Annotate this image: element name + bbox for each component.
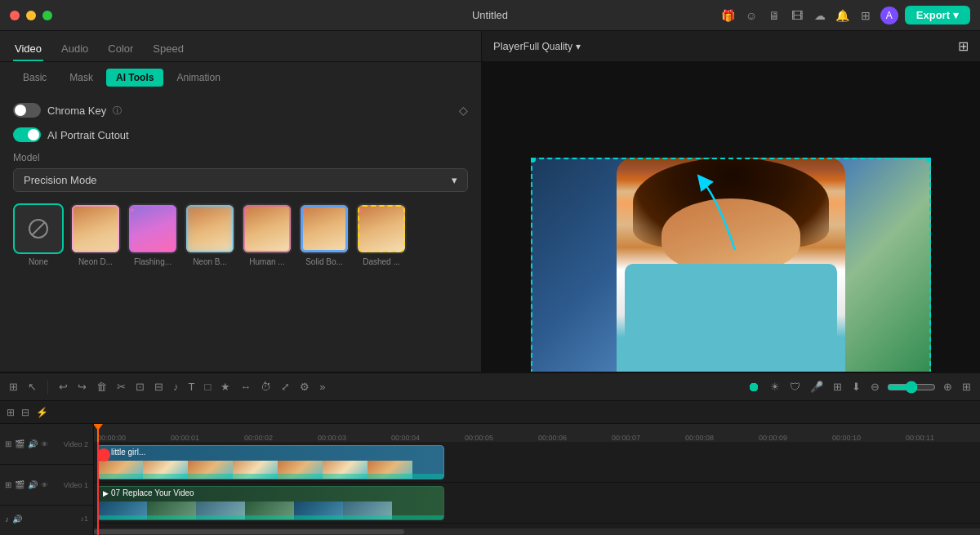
avatar-icon[interactable]: A	[880, 7, 898, 25]
track-type-icon[interactable]: ⊟	[21, 407, 29, 418]
cloud-icon[interactable]: ☁	[812, 7, 828, 24]
tab-color[interactable]: Color	[106, 38, 135, 61]
crop-icon[interactable]: ⊡	[133, 378, 147, 395]
timeline-scrollbar[interactable]	[94, 528, 980, 535]
effect-thumb-flashing[interactable]: ♥	[127, 203, 178, 254]
grid-view-icon[interactable]: ⊞	[958, 38, 969, 54]
shield-icon[interactable]: 🛡	[787, 378, 803, 395]
timer-icon[interactable]: ⏱	[258, 378, 274, 395]
grid-icon[interactable]: ⊞	[858, 7, 874, 24]
titlebar-right: 🎁 ☺ 🖥 🎞 ☁ 🔔 ⊞ A Export ▾	[720, 6, 970, 25]
effect-solid-bo[interactable]: ♥ Solid Bo...	[299, 203, 350, 266]
layout-icon[interactable]: ⊞	[7, 378, 20, 395]
scrollbar-thumb[interactable]	[94, 529, 404, 534]
text-icon[interactable]: T	[186, 378, 198, 395]
effect-flashing[interactable]: ♥ Flashing...	[127, 203, 178, 266]
effect-none[interactable]: None	[13, 203, 64, 266]
close-button[interactable]	[10, 11, 20, 20]
effect-thumb-solidbo[interactable]: ♥	[299, 203, 350, 254]
film-icon[interactable]: 🎞	[789, 7, 805, 24]
ai-portrait-toggle[interactable]	[13, 127, 41, 142]
effect-label-solidbo: Solid Bo...	[305, 257, 343, 266]
effect-neon-b[interactable]: Neon B...	[185, 203, 235, 266]
ruler-mark-10: 00:00:10	[832, 434, 906, 442]
effect-neon-d[interactable]: ♥ Neon D...	[70, 203, 121, 266]
model-label: Model	[13, 152, 468, 163]
effect-dashed[interactable]: ♥ Dashed ...	[356, 203, 407, 266]
video2-audio-wave	[98, 474, 443, 479]
magnet-icon[interactable]: ⚡	[36, 407, 48, 418]
shape-icon[interactable]: □	[202, 378, 213, 395]
add-track-icon[interactable]: ⊞	[7, 407, 15, 418]
track-label-audio1: ♪ 🔊 ♪1	[0, 506, 93, 532]
diamond-icon[interactable]: ◇	[459, 104, 468, 117]
effect-thumb-neond[interactable]: ♥	[70, 203, 121, 254]
audio1-icon: ♪	[5, 515, 9, 524]
import-icon[interactable]: ⬇	[849, 378, 863, 395]
video2-clip[interactable]: ▶ little girl...	[97, 445, 444, 479]
effect-thumb-none[interactable]	[13, 203, 64, 254]
timeline-secondary-toolbar: ⊞ ⊟ ⚡	[0, 401, 980, 424]
track-rows: ▶ little girl...	[94, 442, 980, 535]
effects-grid: None ♥ Neon D...	[13, 203, 468, 270]
timeline: ⊞ ↖ ↩ ↪ 🗑 ✂ ⊡ ⊟ ♪ T □ ★ ↔ ⏱ ⤢ ⚙ » ⏺ ☀ 🛡 …	[0, 372, 980, 535]
bell-icon[interactable]: 🔔	[835, 7, 851, 24]
tab-audio[interactable]: Audio	[60, 38, 90, 61]
grid-view-icon[interactable]: ⊞	[960, 378, 973, 395]
video1-volume-icon[interactable]: 🔊	[28, 480, 38, 489]
split-icon[interactable]: ⊟	[152, 378, 166, 395]
effect-label-neonb: Neon B...	[193, 257, 227, 266]
effect-label-human: Human ...	[249, 257, 284, 266]
ruler-mark-6: 00:00:06	[538, 434, 612, 442]
video-subject	[617, 158, 845, 382]
zoom-slider[interactable]	[887, 381, 936, 394]
adjust-icon[interactable]: ⚙	[297, 378, 312, 395]
audio1-volume-icon[interactable]: 🔊	[12, 515, 22, 524]
tab-video[interactable]: Video	[13, 38, 43, 61]
export-button[interactable]: Export ▾	[905, 6, 970, 25]
effect-thumb-dashed[interactable]: ♥	[356, 203, 407, 254]
effect-icon[interactable]: ★	[218, 378, 233, 395]
sun-icon[interactable]: ☀	[768, 378, 782, 395]
video2-volume-icon[interactable]: 🔊	[28, 439, 38, 448]
subtab-mask[interactable]: Mask	[60, 69, 103, 87]
effect-label-none: None	[29, 257, 48, 266]
effect-human[interactable]: ♥ Human ...	[242, 203, 292, 266]
video1-eye-icon[interactable]: 👁	[41, 481, 48, 489]
video2-eye-icon[interactable]: 👁	[41, 440, 48, 448]
cut-icon[interactable]: ✂	[114, 378, 128, 395]
effect-thumb-neonb[interactable]	[185, 203, 235, 254]
resize-icon[interactable]: ⤢	[278, 378, 292, 395]
more-icon[interactable]: »	[317, 378, 327, 395]
record-icon[interactable]: ⏺	[745, 377, 763, 397]
subtab-animation[interactable]: Animation	[167, 69, 229, 87]
monitor-icon[interactable]: 🖥	[766, 7, 782, 24]
cursor-icon[interactable]: ↖	[25, 378, 39, 395]
video1-clip[interactable]: ▶ 07 Replace Your Video	[97, 486, 444, 520]
quality-label: Full Quality	[523, 41, 572, 52]
mic-icon[interactable]: 🎤	[808, 378, 826, 395]
player-label: Player	[493, 40, 523, 52]
transition-icon[interactable]: ↔	[238, 378, 253, 395]
audio1-name: ♪1	[80, 515, 88, 523]
chroma-key-toggle[interactable]	[13, 103, 41, 118]
quality-select[interactable]: Full Quality ▾	[523, 41, 581, 52]
subtab-aitools[interactable]: AI Tools	[106, 69, 163, 87]
gift-icon[interactable]: 🎁	[720, 7, 737, 24]
redo-icon[interactable]: ↪	[75, 378, 89, 395]
smiley-icon[interactable]: ☺	[743, 7, 760, 24]
model-select[interactable]: Precision Mode ▾	[13, 168, 468, 192]
audio-icon[interactable]: ♪	[171, 378, 181, 395]
tab-speed[interactable]: Speed	[151, 38, 185, 61]
info-icon[interactable]: ⓘ	[113, 105, 122, 117]
zoom-out-icon[interactable]: ⊖	[868, 378, 882, 395]
app-title: Untitled	[472, 9, 508, 21]
zoom-in-icon[interactable]: ⊕	[941, 378, 955, 395]
subtab-basic[interactable]: Basic	[13, 69, 56, 87]
fullscreen-button[interactable]	[42, 11, 52, 20]
effect-thumb-human[interactable]: ♥	[242, 203, 292, 254]
undo-icon[interactable]: ↩	[56, 378, 70, 395]
delete-icon[interactable]: 🗑	[94, 378, 109, 395]
copy-icon[interactable]: ⊞	[831, 378, 844, 395]
minimize-button[interactable]	[26, 11, 36, 20]
